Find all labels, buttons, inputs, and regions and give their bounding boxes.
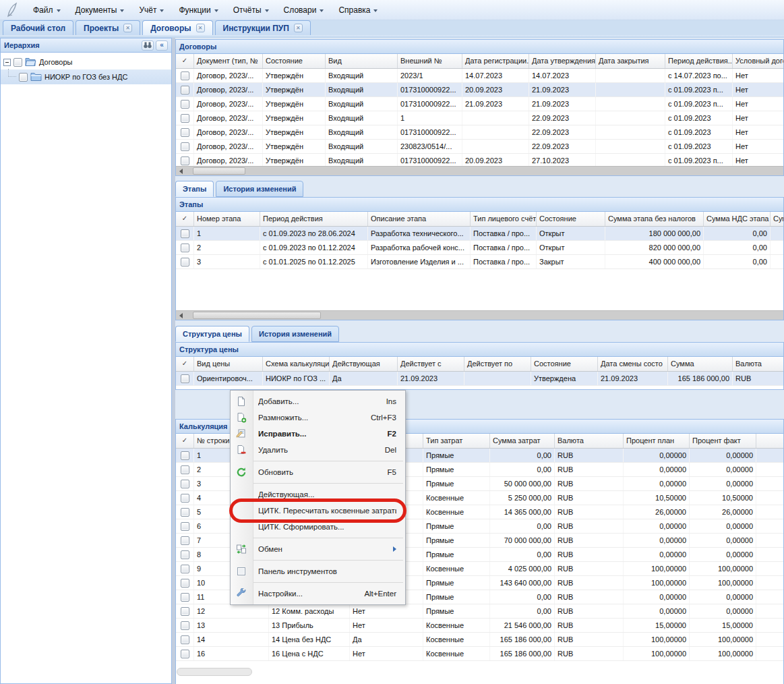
table-row[interactable]: Договор, 2023/...УтверждёнВходящий017310… [176,154,783,166]
column-header[interactable]: Период действия.. [665,54,733,68]
table-row[interactable]: Договор, 2023/...УтверждёнВходящий017310… [176,97,783,111]
select-all-column-header[interactable]: ✓ [176,434,194,448]
column-header[interactable]: Процент факт [690,434,756,448]
row-checkbox[interactable] [181,100,189,109]
column-header[interactable]: Внешний № [398,54,462,68]
main-tab[interactable]: Инструкции ПУП✕ [215,20,311,35]
section-tab[interactable]: История изменений [216,181,303,197]
column-header[interactable]: Валюта [555,434,624,448]
stages-hscrollbar[interactable] [176,310,783,320]
collapse-panel-icon[interactable]: « [156,40,168,51]
context-menu-item[interactable]: Обмен [231,541,405,557]
row-checkbox[interactable] [181,374,189,383]
column-header[interactable]: Дата утверждения [529,54,596,68]
row-checkbox[interactable] [181,72,189,80]
main-tab[interactable]: Договоры✕ [142,20,212,35]
select-all-column-header[interactable]: ✓ [176,212,194,226]
section-tab[interactable]: Этапы [175,181,214,197]
column-header[interactable] [756,434,783,448]
menubar-item[interactable]: Словари [276,2,332,18]
context-menu-item[interactable]: ЦИТК. Пересчитать косвенные затраты... [231,503,405,519]
column-header[interactable]: Валюта [733,357,783,371]
column-header[interactable]: Период действия [260,212,368,226]
row-checkbox[interactable] [181,593,189,602]
column-header[interactable]: Описание этапа [368,212,471,226]
row-checkbox[interactable] [181,565,189,573]
hscrollbar-thumb[interactable] [193,312,321,319]
close-tab-icon[interactable]: ✕ [294,24,303,32]
column-header[interactable]: Сум [771,212,783,226]
column-header[interactable]: Сумма затрат [490,434,555,448]
column-header[interactable]: Состояние [263,54,326,68]
table-row[interactable]: Договор, 2023/...УтверждёнВходящий2023/1… [176,69,783,83]
menubar-item[interactable]: Файл [26,2,68,18]
column-header[interactable]: Состояние [531,357,598,371]
menubar-item[interactable]: Функции [171,2,225,18]
row-checkbox[interactable] [181,607,189,616]
row-checkbox[interactable] [181,480,189,488]
column-header[interactable]: Дата смены состо [598,357,668,371]
column-header[interactable]: Документ (тип, № [194,54,263,68]
table-row[interactable]: 1313 ПрибыльНетКосвенные21 546 000,00RUB… [176,619,783,633]
table-row[interactable]: 2с 01.09.2023 по 01.12.2024Разработка ра… [176,241,783,255]
column-header[interactable]: Сумма этапа без налогов [605,212,704,226]
context-menu-item[interactable]: Размножить...Ctrl+F3 [231,409,405,426]
row-checkbox[interactable] [181,465,189,474]
tree-node[interactable]: Договоры [1,55,171,69]
row-checkbox[interactable] [181,244,189,252]
table-row[interactable]: Договор, 2023/...УтверждёнВходящий017310… [176,83,783,97]
column-header[interactable]: Процент план [624,434,690,448]
row-checkbox[interactable] [181,142,189,151]
tree-node[interactable]: НИОКР по ГОЗ без НДС [1,69,171,84]
row-checkbox[interactable] [181,494,189,503]
row-checkbox[interactable] [181,536,189,545]
column-header[interactable]: Дата регистрации. [462,54,529,68]
contracts-hscrollbar[interactable] [176,166,783,175]
section-tab[interactable]: История изменений [251,326,339,342]
menubar-item[interactable]: Документы [68,2,132,18]
hscrollbar-thumb[interactable] [193,167,245,175]
column-header[interactable]: Дата закрытия [596,54,665,68]
tree-checkbox[interactable] [19,73,28,82]
column-header[interactable]: Сумма [668,357,733,371]
row-checkbox[interactable] [181,258,189,266]
column-header[interactable]: Условный догов [733,54,783,68]
column-header[interactable]: Действующая [330,357,398,371]
table-row[interactable]: Договор, 2023/...УтверждёнВходящий017310… [176,125,783,140]
column-header[interactable]: Вид [326,54,398,68]
tree-collapse-icon[interactable] [3,59,11,66]
column-header[interactable]: Номер этапа [194,212,260,226]
column-header[interactable]: Вид цены [194,357,263,371]
table-row[interactable]: 1212 Комм. расходыНетПрямые0,00RUB0,0000… [176,604,783,619]
context-menu-item[interactable]: ОбновитьF5 [231,464,405,480]
scroll-left-arrow-icon[interactable] [176,313,186,318]
context-menu-item[interactable]: Исправить...F2 [231,426,405,442]
context-menu-item[interactable]: Настройки...Alt+Enter [231,586,405,602]
context-menu-item[interactable]: Действующая... [231,486,405,503]
column-header[interactable]: Действует с [398,357,464,371]
row-checkbox[interactable] [181,156,189,165]
search-binoculars-icon[interactable] [142,40,154,51]
column-header[interactable]: Тип лицевого счёт [471,212,537,226]
main-tab[interactable]: Проекты✕ [76,20,140,35]
table-row[interactable]: Договор, 2023/...УтверждёнВходящий122.09… [176,111,783,125]
column-header[interactable]: Состояние [537,212,605,226]
table-row[interactable]: 1с 01.09.2023 по 28.06.2024Разработка те… [176,227,783,241]
context-menu-item[interactable]: УдалитьDel [231,442,405,458]
row-checkbox[interactable] [181,128,189,137]
table-row[interactable]: 1414 Цена без НДСДаКосвенные165 186 000,… [176,633,783,647]
row-checkbox[interactable] [181,579,189,588]
select-all-column-header[interactable]: ✓ [176,54,194,68]
row-checkbox[interactable] [181,114,189,123]
row-checkbox[interactable] [181,635,189,644]
menubar-item[interactable]: Учёт [131,2,171,18]
context-menu-item[interactable]: Панель инструментов [231,563,405,579]
table-row[interactable]: 1616 Цена с НДСНетКосвенные165 186 000,0… [176,647,783,661]
close-tab-icon[interactable]: ✕ [196,24,205,32]
hscrollbar-thumb[interactable] [177,668,252,676]
menubar-item[interactable]: Отчёты [226,2,276,18]
table-row[interactable]: 3с 01.01.2025 по 01.12.2025Изготовление … [176,255,783,269]
row-checkbox[interactable] [181,451,189,460]
section-tab[interactable]: Структура цены [175,326,249,342]
select-all-column-header[interactable]: ✓ [176,357,194,371]
